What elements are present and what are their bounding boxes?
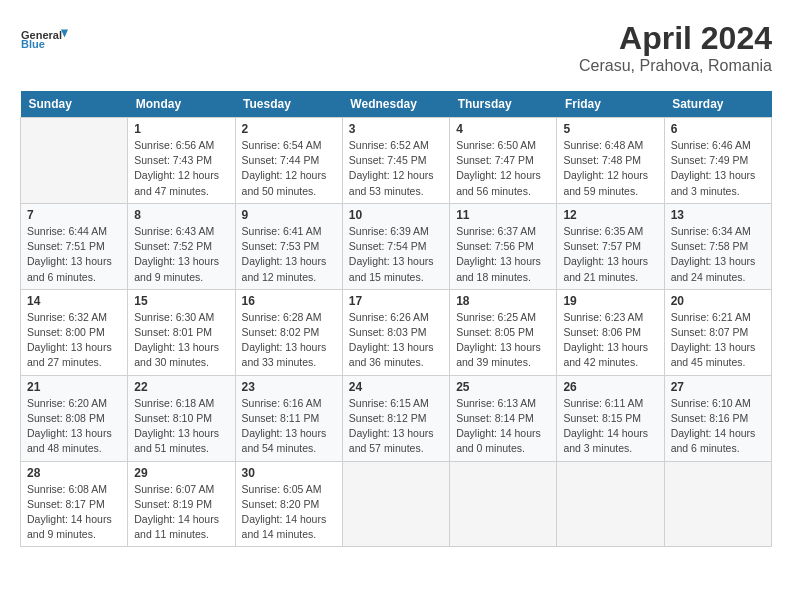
day-info: Sunrise: 6:20 AMSunset: 8:08 PMDaylight:… (27, 396, 121, 457)
calendar-cell: 19Sunrise: 6:23 AMSunset: 8:06 PMDayligh… (557, 289, 664, 375)
calendar-cell (664, 461, 771, 547)
day-number: 9 (242, 208, 336, 222)
day-number: 4 (456, 122, 550, 136)
weekday-header-saturday: Saturday (664, 91, 771, 118)
day-number: 1 (134, 122, 228, 136)
day-number: 21 (27, 380, 121, 394)
weekday-header-wednesday: Wednesday (342, 91, 449, 118)
day-info: Sunrise: 6:52 AMSunset: 7:45 PMDaylight:… (349, 138, 443, 199)
day-info: Sunrise: 6:48 AMSunset: 7:48 PMDaylight:… (563, 138, 657, 199)
day-number: 28 (27, 466, 121, 480)
calendar-cell: 14Sunrise: 6:32 AMSunset: 8:00 PMDayligh… (21, 289, 128, 375)
calendar-cell: 24Sunrise: 6:15 AMSunset: 8:12 PMDayligh… (342, 375, 449, 461)
calendar-cell: 12Sunrise: 6:35 AMSunset: 7:57 PMDayligh… (557, 203, 664, 289)
page-subtitle: Cerasu, Prahova, Romania (579, 57, 772, 75)
page-header: General Blue April 2024 Cerasu, Prahova,… (20, 20, 772, 75)
calendar-cell: 18Sunrise: 6:25 AMSunset: 8:05 PMDayligh… (450, 289, 557, 375)
calendar-cell (21, 118, 128, 204)
weekday-header-row: SundayMondayTuesdayWednesdayThursdayFrid… (21, 91, 772, 118)
calendar-cell: 6Sunrise: 6:46 AMSunset: 7:49 PMDaylight… (664, 118, 771, 204)
day-number: 23 (242, 380, 336, 394)
day-info: Sunrise: 6:23 AMSunset: 8:06 PMDaylight:… (563, 310, 657, 371)
calendar-week-2: 7Sunrise: 6:44 AMSunset: 7:51 PMDaylight… (21, 203, 772, 289)
day-info: Sunrise: 6:54 AMSunset: 7:44 PMDaylight:… (242, 138, 336, 199)
logo-svg: General Blue (20, 20, 70, 60)
calendar-cell: 25Sunrise: 6:13 AMSunset: 8:14 PMDayligh… (450, 375, 557, 461)
day-number: 22 (134, 380, 228, 394)
day-number: 11 (456, 208, 550, 222)
day-number: 6 (671, 122, 765, 136)
day-number: 5 (563, 122, 657, 136)
day-info: Sunrise: 6:16 AMSunset: 8:11 PMDaylight:… (242, 396, 336, 457)
calendar-cell: 23Sunrise: 6:16 AMSunset: 8:11 PMDayligh… (235, 375, 342, 461)
day-info: Sunrise: 6:41 AMSunset: 7:53 PMDaylight:… (242, 224, 336, 285)
calendar-week-4: 21Sunrise: 6:20 AMSunset: 8:08 PMDayligh… (21, 375, 772, 461)
day-info: Sunrise: 6:07 AMSunset: 8:19 PMDaylight:… (134, 482, 228, 543)
day-number: 13 (671, 208, 765, 222)
svg-text:Blue: Blue (21, 38, 45, 50)
day-number: 15 (134, 294, 228, 308)
day-info: Sunrise: 6:34 AMSunset: 7:58 PMDaylight:… (671, 224, 765, 285)
day-info: Sunrise: 6:44 AMSunset: 7:51 PMDaylight:… (27, 224, 121, 285)
day-info: Sunrise: 6:32 AMSunset: 8:00 PMDaylight:… (27, 310, 121, 371)
weekday-header-tuesday: Tuesday (235, 91, 342, 118)
calendar-cell (450, 461, 557, 547)
day-info: Sunrise: 6:08 AMSunset: 8:17 PMDaylight:… (27, 482, 121, 543)
day-info: Sunrise: 6:35 AMSunset: 7:57 PMDaylight:… (563, 224, 657, 285)
calendar-week-5: 28Sunrise: 6:08 AMSunset: 8:17 PMDayligh… (21, 461, 772, 547)
calendar-cell: 20Sunrise: 6:21 AMSunset: 8:07 PMDayligh… (664, 289, 771, 375)
calendar-cell: 30Sunrise: 6:05 AMSunset: 8:20 PMDayligh… (235, 461, 342, 547)
day-number: 16 (242, 294, 336, 308)
day-number: 7 (27, 208, 121, 222)
day-number: 2 (242, 122, 336, 136)
calendar-cell: 4Sunrise: 6:50 AMSunset: 7:47 PMDaylight… (450, 118, 557, 204)
day-number: 14 (27, 294, 121, 308)
day-info: Sunrise: 6:26 AMSunset: 8:03 PMDaylight:… (349, 310, 443, 371)
day-number: 17 (349, 294, 443, 308)
weekday-header-thursday: Thursday (450, 91, 557, 118)
day-number: 8 (134, 208, 228, 222)
day-info: Sunrise: 6:05 AMSunset: 8:20 PMDaylight:… (242, 482, 336, 543)
logo: General Blue (20, 20, 70, 60)
day-info: Sunrise: 6:18 AMSunset: 8:10 PMDaylight:… (134, 396, 228, 457)
day-info: Sunrise: 6:21 AMSunset: 8:07 PMDaylight:… (671, 310, 765, 371)
calendar-cell: 9Sunrise: 6:41 AMSunset: 7:53 PMDaylight… (235, 203, 342, 289)
title-block: April 2024 Cerasu, Prahova, Romania (579, 20, 772, 75)
calendar-cell (557, 461, 664, 547)
calendar-cell: 8Sunrise: 6:43 AMSunset: 7:52 PMDaylight… (128, 203, 235, 289)
day-info: Sunrise: 6:39 AMSunset: 7:54 PMDaylight:… (349, 224, 443, 285)
weekday-header-monday: Monday (128, 91, 235, 118)
calendar-table: SundayMondayTuesdayWednesdayThursdayFrid… (20, 91, 772, 547)
weekday-header-friday: Friday (557, 91, 664, 118)
calendar-cell: 29Sunrise: 6:07 AMSunset: 8:19 PMDayligh… (128, 461, 235, 547)
calendar-cell: 5Sunrise: 6:48 AMSunset: 7:48 PMDaylight… (557, 118, 664, 204)
calendar-cell: 26Sunrise: 6:11 AMSunset: 8:15 PMDayligh… (557, 375, 664, 461)
calendar-cell: 1Sunrise: 6:56 AMSunset: 7:43 PMDaylight… (128, 118, 235, 204)
calendar-cell: 11Sunrise: 6:37 AMSunset: 7:56 PMDayligh… (450, 203, 557, 289)
day-info: Sunrise: 6:11 AMSunset: 8:15 PMDaylight:… (563, 396, 657, 457)
day-info: Sunrise: 6:37 AMSunset: 7:56 PMDaylight:… (456, 224, 550, 285)
calendar-cell: 3Sunrise: 6:52 AMSunset: 7:45 PMDaylight… (342, 118, 449, 204)
day-info: Sunrise: 6:25 AMSunset: 8:05 PMDaylight:… (456, 310, 550, 371)
calendar-cell: 7Sunrise: 6:44 AMSunset: 7:51 PMDaylight… (21, 203, 128, 289)
weekday-header-sunday: Sunday (21, 91, 128, 118)
day-number: 27 (671, 380, 765, 394)
day-info: Sunrise: 6:43 AMSunset: 7:52 PMDaylight:… (134, 224, 228, 285)
day-number: 10 (349, 208, 443, 222)
calendar-week-1: 1Sunrise: 6:56 AMSunset: 7:43 PMDaylight… (21, 118, 772, 204)
day-number: 30 (242, 466, 336, 480)
calendar-cell: 2Sunrise: 6:54 AMSunset: 7:44 PMDaylight… (235, 118, 342, 204)
day-number: 3 (349, 122, 443, 136)
day-info: Sunrise: 6:10 AMSunset: 8:16 PMDaylight:… (671, 396, 765, 457)
calendar-cell: 27Sunrise: 6:10 AMSunset: 8:16 PMDayligh… (664, 375, 771, 461)
calendar-cell: 15Sunrise: 6:30 AMSunset: 8:01 PMDayligh… (128, 289, 235, 375)
day-number: 24 (349, 380, 443, 394)
calendar-cell (342, 461, 449, 547)
day-info: Sunrise: 6:15 AMSunset: 8:12 PMDaylight:… (349, 396, 443, 457)
svg-marker-2 (61, 30, 68, 38)
day-number: 20 (671, 294, 765, 308)
day-info: Sunrise: 6:50 AMSunset: 7:47 PMDaylight:… (456, 138, 550, 199)
day-number: 25 (456, 380, 550, 394)
day-info: Sunrise: 6:28 AMSunset: 8:02 PMDaylight:… (242, 310, 336, 371)
calendar-cell: 21Sunrise: 6:20 AMSunset: 8:08 PMDayligh… (21, 375, 128, 461)
